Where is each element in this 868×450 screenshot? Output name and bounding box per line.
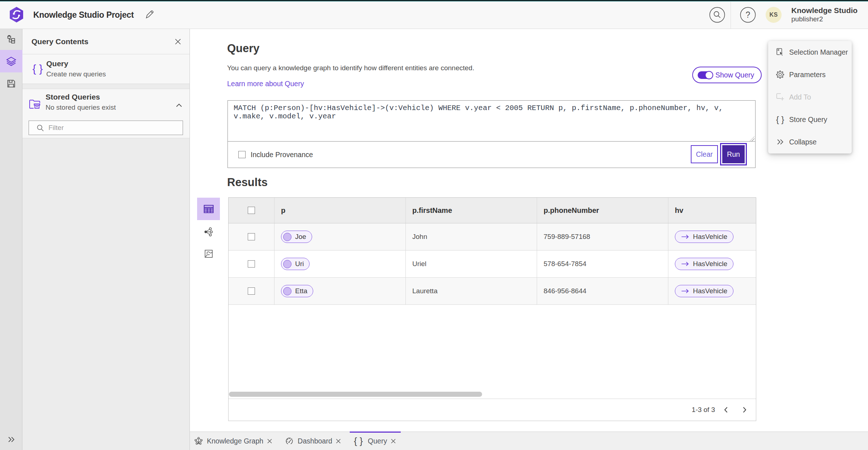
relationship-pill[interactable]: HasVehicle (675, 285, 733, 297)
search-button[interactable] (709, 7, 725, 23)
view-map-button[interactable] (197, 243, 220, 265)
help-icon: ? (740, 7, 756, 23)
cell-phonenumber: 759-889-57168 (544, 233, 590, 241)
table-footer: 1-3 of 3 (229, 399, 756, 421)
show-query-label: Show Query (715, 71, 754, 79)
rail-expand-button[interactable] (0, 429, 22, 450)
panel-title: Query Contents (31, 29, 89, 54)
entity-dot-icon (283, 233, 292, 241)
row-checkbox[interactable] (248, 233, 255, 240)
braces-icon: { } (775, 115, 785, 124)
tab-knowledge-graph[interactable]: Knowledge Graph (190, 432, 277, 450)
knowledge-graph-icon (194, 437, 203, 445)
query-tools-menu: Selection Manager Parameters Add To { } (768, 41, 852, 153)
top-stripe-teal (0, 1, 868, 1)
stored-queries-folder-icon (29, 98, 41, 110)
user-name: Knowledge Studio (791, 6, 858, 15)
column-header-hv[interactable]: hv (668, 198, 756, 223)
view-table-button[interactable] (197, 198, 220, 220)
column-header-firstname[interactable]: p.firstName (406, 198, 537, 223)
textarea-resize-handle[interactable] (749, 136, 754, 141)
cell-hv: HasVehicle (668, 251, 756, 277)
relationship-pill[interactable]: HasVehicle (675, 258, 733, 270)
filter-input[interactable] (29, 121, 183, 135)
table-row: Uri Uriel 578-654-7854 HasVehicle (229, 251, 756, 278)
query-textarea[interactable]: MATCH (p:Person)-[hv:HasVehicle]->(v:Veh… (228, 101, 755, 141)
tab-query[interactable]: { } Query (350, 432, 401, 450)
row-checkbox[interactable] (248, 260, 255, 268)
show-query-toggle[interactable]: Show Query (692, 67, 762, 83)
double-chevron-right-icon (7, 436, 15, 443)
row-checkbox[interactable] (248, 287, 255, 295)
collapse-item[interactable]: Collapse (768, 131, 852, 153)
cell-hv: HasVehicle (668, 223, 756, 250)
double-chevron-right-icon (776, 138, 784, 146)
query-heading: Query (227, 42, 260, 55)
cell-phonenumber-wrap: 759-889-57168 (537, 223, 668, 250)
stored-queries-collapse-button[interactable] (174, 100, 184, 111)
cell-select (229, 278, 275, 304)
chevron-up-icon (176, 103, 182, 108)
rail-save-button[interactable] (0, 72, 22, 95)
tab-dashboard[interactable]: Dashboard (281, 432, 346, 450)
cell-firstname-wrap: Lauretta (406, 278, 537, 304)
toggle-switch[interactable] (698, 71, 712, 79)
table-row: Etta Lauretta 846-956-8644 HasVehicle (229, 278, 756, 305)
tab-close-button[interactable] (390, 437, 396, 445)
rail-layers-button[interactable] (0, 50, 22, 72)
cell-p: Etta (275, 278, 406, 304)
entity-pill[interactable]: Uri (281, 258, 310, 270)
horizontal-scrollbar-thumb[interactable] (229, 392, 482, 397)
svg-text:?: ? (746, 10, 750, 20)
pagination-next-button[interactable] (739, 404, 750, 415)
entity-pill[interactable]: Joe (281, 231, 312, 243)
query-item[interactable]: { } Query Create new queries (22, 54, 190, 84)
select-all-checkbox[interactable] (248, 207, 255, 214)
edit-title-button[interactable] (144, 9, 155, 20)
selection-manager-icon (775, 47, 785, 57)
parameters-item[interactable]: Parameters (768, 63, 852, 86)
query-contents-panel: Query Contents { } Query Create new quer… (22, 29, 190, 450)
panel-close-button[interactable] (172, 36, 184, 47)
column-header-phonenumber[interactable]: p.phoneNumber (537, 198, 668, 223)
chevron-right-icon (742, 406, 747, 413)
cell-firstname: Lauretta (412, 287, 438, 295)
run-button[interactable]: Run (722, 145, 745, 163)
cell-phonenumber-wrap: 578-654-7854 (537, 251, 668, 277)
results-heading: Results (227, 176, 268, 189)
header-divider (731, 2, 731, 29)
entity-pill[interactable]: Etta (281, 285, 313, 297)
pagination-prev-button[interactable] (720, 404, 731, 415)
header-select-all-cell (229, 198, 275, 223)
include-provenance-checkbox[interactable] (238, 151, 246, 158)
query-description: You can query a knowledge graph to ident… (227, 64, 474, 72)
panel-header: Query Contents (22, 29, 190, 54)
store-query-item[interactable]: { } Store Query (768, 108, 852, 131)
dashboard-icon (285, 437, 294, 445)
help-button[interactable]: ? (740, 7, 756, 23)
selection-manager-item[interactable]: Selection Manager (768, 41, 852, 63)
learn-more-link[interactable]: Learn more about Query (227, 80, 304, 88)
relationship-pill[interactable]: HasVehicle (675, 231, 733, 243)
tab-close-button[interactable] (335, 437, 342, 445)
app-header: Knowledge Studio Project ? KS Knowledge … (0, 0, 868, 29)
toggle-knob (705, 71, 713, 79)
stored-queries-title: Stored Queries (46, 93, 100, 101)
cell-phonenumber: 846-956-8644 (544, 287, 586, 295)
layers-icon (6, 56, 17, 67)
rail-data-model-button[interactable] (0, 29, 22, 50)
tab-close-button[interactable] (266, 437, 273, 445)
cell-select (229, 251, 275, 277)
close-icon (390, 438, 396, 444)
query-actions-bar: Include Provenance Clear Run (227, 141, 756, 168)
arrow-right-icon (681, 289, 689, 294)
avatar[interactable]: KS (766, 7, 782, 23)
column-header-p[interactable]: p (275, 198, 406, 223)
arrow-right-icon (681, 261, 689, 266)
view-link-chart-button[interactable] (197, 220, 220, 243)
chevron-left-icon (723, 406, 728, 413)
gear-icon (775, 70, 785, 79)
include-provenance-label: Include Provenance (251, 151, 313, 159)
clear-button[interactable]: Clear (691, 145, 718, 163)
close-icon (267, 438, 273, 444)
